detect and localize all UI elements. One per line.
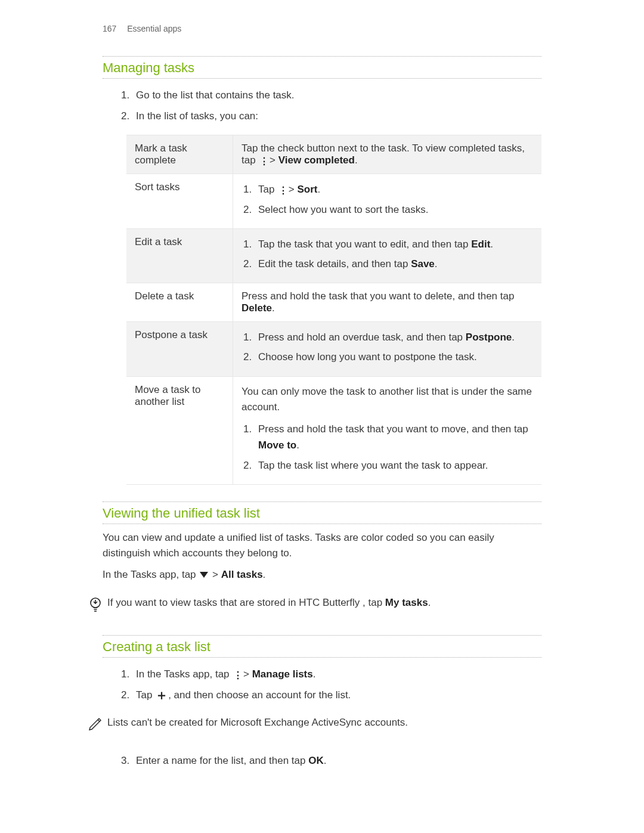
heading-managing-tasks: Managing tasks xyxy=(103,56,541,79)
label-all-tasks: All tasks xyxy=(221,569,263,580)
creating-list-steps: In the Tasks app, tap > Manage lists. Ta… xyxy=(103,666,541,703)
row-body: Tap the task that you want to edit, and … xyxy=(233,228,542,283)
label-view-completed: View completed xyxy=(278,154,355,166)
row-label: Sort tasks xyxy=(126,174,233,228)
note: Lists can't be created for Microsoft Exc… xyxy=(83,715,541,735)
tasks-table: Mark a task complete Tap the check butto… xyxy=(126,135,541,484)
managing-tasks-steps: Go to the list that contains the task. I… xyxy=(103,87,541,124)
label-edit: Edit xyxy=(471,239,490,250)
step: In the list of tasks, you can: xyxy=(132,108,541,124)
label-delete: Delete xyxy=(242,302,272,314)
paragraph: In the Tasks app, tap > All tasks. xyxy=(103,567,541,583)
table-row: Sort tasks Tap > Sort. Select how you wa… xyxy=(126,174,541,228)
step: Go to the list that contains the task. xyxy=(132,87,541,103)
overflow-menu-icon xyxy=(259,156,265,165)
label-ok: OK xyxy=(308,755,324,766)
label-sort: Sort xyxy=(298,184,318,195)
paragraph: You can view and update a unified list o… xyxy=(103,530,541,562)
row-body: Tap > Sort. Select how you want to sort … xyxy=(233,174,542,228)
row-label: Postpone a task xyxy=(126,322,233,376)
step: Tap ＋, and then choose an account for th… xyxy=(132,687,541,703)
step: In the Tasks app, tap > Manage lists. xyxy=(132,666,541,682)
tip-note: If you want to view tasks that are store… xyxy=(83,595,541,617)
table-row: Mark a task complete Tap the check butto… xyxy=(126,135,541,174)
table-row: Edit a task Tap the task that you want t… xyxy=(126,228,541,283)
page-content: 167 Essential apps Managing tasks Go to … xyxy=(0,0,644,769)
step: Enter a name for the list, and then tap … xyxy=(132,753,541,769)
svg-marker-0 xyxy=(200,572,208,578)
row-body: Tap the check button next to the task. T… xyxy=(233,135,542,174)
overflow-menu-icon xyxy=(278,182,284,192)
table-row: Move a task to another list You can only… xyxy=(126,376,541,484)
row-body: Press and hold an overdue task, and then… xyxy=(233,322,542,376)
row-body: Press and hold the task that you want to… xyxy=(233,283,542,322)
table-row: Postpone a task Press and hold an overdu… xyxy=(126,322,541,376)
row-body: You can only move the task to another li… xyxy=(233,376,542,484)
page-section: Essential apps xyxy=(127,24,181,33)
heading-viewing-unified: Viewing the unified task list xyxy=(103,501,541,524)
table-row: Delete a task Press and hold the task th… xyxy=(126,283,541,322)
label-postpone: Postpone xyxy=(466,332,512,343)
dropdown-triangle-icon xyxy=(199,571,209,579)
label-manage-lists: Manage lists xyxy=(252,668,313,680)
row-label: Edit a task xyxy=(126,228,233,283)
lightbulb-icon xyxy=(83,595,107,617)
label-save: Save xyxy=(411,258,435,270)
label-my-tasks: My tasks xyxy=(385,597,428,608)
row-label: Mark a task complete xyxy=(126,135,233,174)
pencil-icon xyxy=(83,715,107,735)
creating-list-steps-cont: Enter a name for the list, and then tap … xyxy=(103,753,541,769)
page-number: 167 xyxy=(103,24,116,33)
row-label: Move a task to another list xyxy=(126,376,233,484)
heading-creating-list: Creating a task list xyxy=(103,635,541,658)
row-label: Delete a task xyxy=(126,283,233,322)
page-header: 167 Essential apps xyxy=(103,24,541,33)
label-move-to: Move to xyxy=(258,439,296,451)
overflow-menu-icon xyxy=(233,667,239,677)
